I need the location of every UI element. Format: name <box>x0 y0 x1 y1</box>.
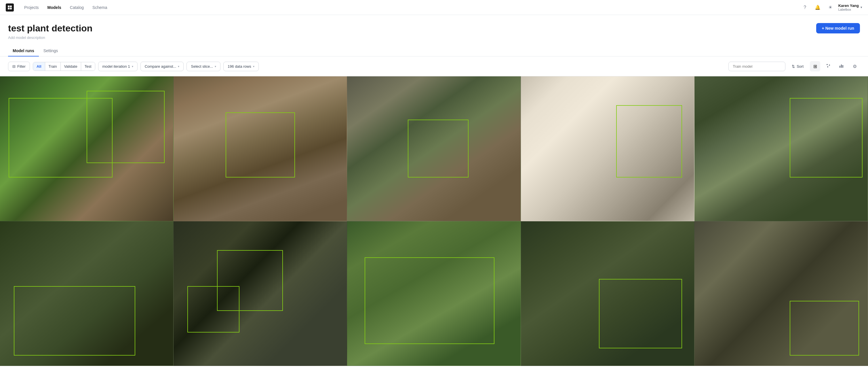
toolbar: ⊟ Filter All Train Validate Test model i… <box>0 56 868 76</box>
image-cell-3[interactable] <box>347 76 521 221</box>
svg-point-4 <box>827 64 828 65</box>
data-rows-label: 196 data rows <box>228 64 251 68</box>
nav-models[interactable]: Models <box>44 3 65 11</box>
slice-dropdown[interactable]: Select slice... ▾ <box>186 62 220 71</box>
filter-icon: ⊟ <box>12 64 16 68</box>
svg-rect-2 <box>8 7 9 9</box>
app-logo[interactable] <box>6 3 14 11</box>
svg-rect-1 <box>10 5 12 7</box>
bbox-overlay-6 <box>0 221 173 366</box>
user-name: Karen Yang <box>838 3 859 8</box>
nav-right: ? 🔔 ☀ Karen Yang Labelbox ▾ <box>800 3 862 12</box>
tabs: Model runs Settings <box>8 46 860 56</box>
compare-chevron-icon: ▾ <box>178 65 179 68</box>
settings-button[interactable]: ⚙ <box>849 61 860 71</box>
svg-point-5 <box>829 64 830 66</box>
user-menu[interactable]: Karen Yang Labelbox ▾ <box>838 3 862 11</box>
bbox-rect-7-1 <box>187 286 240 333</box>
bbox-rect-10-0 <box>790 301 859 356</box>
bbox-overlay-5 <box>694 76 868 221</box>
user-org: Labelbox <box>838 8 859 11</box>
nav-catalog[interactable]: Catalog <box>66 3 87 11</box>
user-details: Karen Yang Labelbox <box>838 3 859 11</box>
grid-icon: ⊞ <box>813 64 817 69</box>
image-cell-7[interactable] <box>174 221 347 366</box>
tab-settings[interactable]: Settings <box>39 46 63 56</box>
bbox-overlay-8 <box>347 221 520 366</box>
bar-view-button[interactable] <box>836 61 847 71</box>
filter-button[interactable]: ⊟ Filter <box>8 62 30 71</box>
new-model-run-button[interactable]: + New model run <box>816 23 860 33</box>
filter-test-button[interactable]: Test <box>81 62 95 70</box>
data-rows-chevron-icon: ▾ <box>253 65 254 68</box>
slice-chevron-icon: ▾ <box>215 65 216 68</box>
user-chevron-icon: ▾ <box>861 5 862 9</box>
image-cell-1[interactable] <box>0 76 174 221</box>
page-container: test plant detection Add model descripti… <box>0 15 868 374</box>
bbox-rect-1-1 <box>87 91 165 163</box>
sort-label: Sort <box>797 64 804 68</box>
image-cell-9[interactable] <box>521 221 694 366</box>
filter-train-button[interactable]: Train <box>45 62 61 70</box>
iteration-chevron-icon: ▾ <box>132 65 133 68</box>
bbox-overlay-2 <box>174 76 347 221</box>
bbox-overlay-4 <box>521 76 694 221</box>
iteration-label: model iteration 1 <box>102 64 130 68</box>
bbox-rect-3-0 <box>408 120 468 177</box>
logo-icon <box>7 5 12 10</box>
image-cell-5[interactable] <box>694 76 868 221</box>
svg-rect-7 <box>839 66 840 68</box>
svg-rect-0 <box>8 5 9 7</box>
nav-projects[interactable]: Projects <box>21 3 42 11</box>
notifications-button[interactable]: 🔔 <box>813 3 822 12</box>
svg-rect-3 <box>10 7 12 9</box>
top-nav: Projects Models Catalog Schema ? 🔔 ☀ Kar… <box>0 0 868 15</box>
data-rows-dropdown[interactable]: 196 data rows ▾ <box>223 62 259 71</box>
help-button[interactable]: ? <box>800 3 810 12</box>
scatter-icon <box>826 63 831 69</box>
image-cell-2[interactable] <box>174 76 347 221</box>
page-description[interactable]: Add model description <box>8 35 92 40</box>
image-cell-6[interactable] <box>0 221 174 366</box>
grid-view-button[interactable]: ⊞ <box>810 61 820 71</box>
filter-all-button[interactable]: All <box>33 62 45 70</box>
scatter-view-button[interactable] <box>823 61 834 71</box>
bbox-rect-6-0 <box>14 286 135 355</box>
iteration-dropdown[interactable]: model iteration 1 ▾ <box>98 62 137 71</box>
tabs-container: Model runs Settings <box>0 40 868 56</box>
page-header: test plant detection Add model descripti… <box>0 15 868 40</box>
bbox-overlay-7 <box>174 221 347 366</box>
sort-arrows-icon: ⇅ <box>792 64 795 68</box>
image-cell-4[interactable] <box>521 76 694 221</box>
train-model-input[interactable] <box>728 62 785 71</box>
bbox-rect-9-0 <box>599 279 682 348</box>
bbox-overlay-1 <box>0 76 173 221</box>
svg-rect-9 <box>842 65 843 68</box>
compare-label: Compare against... <box>145 64 177 68</box>
page-title-area: test plant detection Add model descripti… <box>8 23 92 40</box>
svg-rect-8 <box>841 64 842 68</box>
image-cell-8[interactable] <box>347 221 521 366</box>
image-grid <box>0 76 868 366</box>
bbox-rect-4-0 <box>616 105 682 177</box>
bbox-overlay-10 <box>694 221 868 366</box>
bbox-overlay-3 <box>347 76 520 221</box>
bar-icon <box>839 63 844 69</box>
page-title: test plant detection <box>8 23 92 34</box>
bbox-rect-2-0 <box>226 112 295 177</box>
bbox-rect-8-0 <box>365 257 495 344</box>
slice-label: Select slice... <box>191 64 213 68</box>
nav-links: Projects Models Catalog Schema <box>21 3 800 11</box>
bbox-overlay-9 <box>521 221 694 366</box>
bbox-rect-5-0 <box>790 98 863 177</box>
nav-schema[interactable]: Schema <box>89 3 111 11</box>
tab-model-runs[interactable]: Model runs <box>8 46 39 56</box>
compare-dropdown[interactable]: Compare against... ▾ <box>141 62 184 71</box>
svg-point-6 <box>827 66 828 67</box>
filter-label: Filter <box>17 64 26 68</box>
filter-validate-button[interactable]: Validate <box>61 62 81 70</box>
settings-icon: ⚙ <box>853 64 857 69</box>
sort-button[interactable]: ⇅ Sort <box>788 62 807 71</box>
appearance-button[interactable]: ☀ <box>826 3 835 12</box>
image-cell-10[interactable] <box>694 221 868 366</box>
